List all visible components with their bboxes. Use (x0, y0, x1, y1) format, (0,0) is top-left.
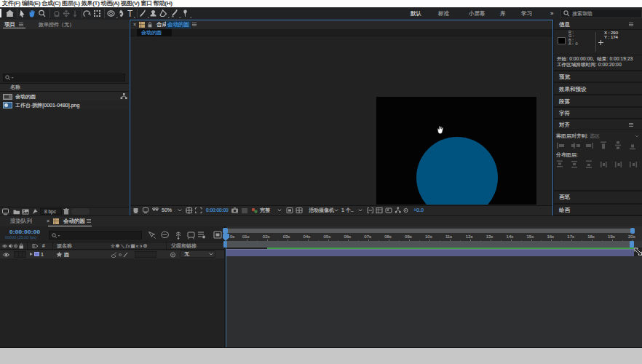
svg-text:T: T (127, 9, 133, 19)
